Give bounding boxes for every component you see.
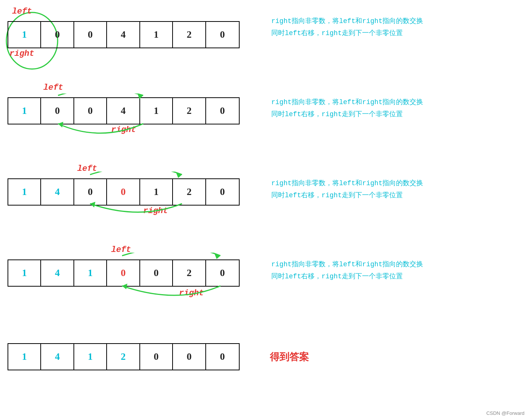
cell-1-6: 0 bbox=[206, 22, 239, 48]
final-cell-2: 1 bbox=[74, 344, 107, 370]
cell-1-5: 2 bbox=[173, 22, 206, 48]
cell-3-1: 4 bbox=[41, 179, 74, 205]
desc-2: right指向非零数，将left和right指向的数交换 同时left右移，ri… bbox=[271, 96, 423, 121]
cell-4-1: 4 bbox=[41, 260, 74, 286]
label-right-1: right bbox=[9, 49, 34, 58]
cell-1-3: 4 bbox=[107, 22, 140, 48]
cell-4-0: 1 bbox=[8, 260, 41, 286]
final-section: 1 4 1 2 0 0 0 得到答案 bbox=[8, 343, 309, 370]
desc-4: right指向非零数，将left和right指向的数交换 同时left右移，ri… bbox=[271, 258, 423, 283]
label-left-2: left bbox=[43, 83, 63, 92]
final-array: 1 4 1 2 0 0 0 bbox=[8, 343, 240, 370]
svg-marker-4 bbox=[90, 202, 95, 207]
label-left-1: left bbox=[12, 7, 32, 16]
cell-1-4: 1 bbox=[140, 22, 173, 48]
cell-1-1: 0 bbox=[41, 22, 74, 48]
watermark: CSDN @Forward bbox=[486, 410, 524, 416]
cell-2-5: 2 bbox=[173, 98, 206, 124]
final-cell-5: 0 bbox=[173, 344, 206, 370]
final-cell-4: 0 bbox=[140, 344, 173, 370]
cell-4-2: 1 bbox=[74, 260, 107, 286]
final-cell-0: 1 bbox=[8, 344, 41, 370]
desc-3: right指向非零数，将left和right指向的数交换 同时left右移，ri… bbox=[271, 177, 423, 202]
final-label: 得到答案 bbox=[270, 350, 309, 364]
final-cell-3: 2 bbox=[107, 344, 140, 370]
cell-3-6: 0 bbox=[206, 179, 239, 205]
cell-2-0: 1 bbox=[8, 98, 41, 124]
final-cell-6: 0 bbox=[206, 344, 239, 370]
cell-2-6: 0 bbox=[206, 98, 239, 124]
svg-marker-6 bbox=[122, 284, 127, 289]
cell-1-0: 1 bbox=[8, 22, 41, 48]
cell-3-0: 1 bbox=[8, 179, 41, 205]
cell-1-2: 0 bbox=[74, 22, 107, 48]
array-row-1: 1 0 0 4 1 2 0 bbox=[8, 21, 240, 48]
desc-1: right指向非零数，将left和right指向的数交换 同时left右移，ri… bbox=[271, 15, 423, 40]
final-cell-1: 4 bbox=[41, 344, 74, 370]
